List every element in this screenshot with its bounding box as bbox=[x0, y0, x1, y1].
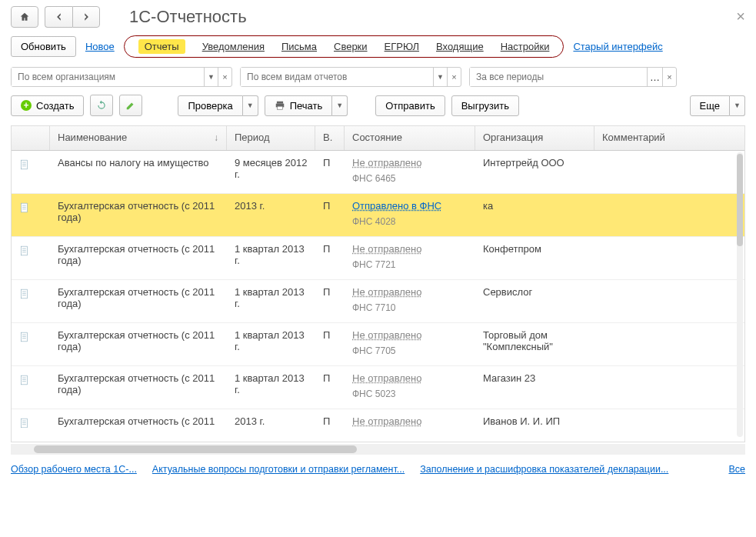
footer-link-3[interactable]: Заполнение и расшифровка показателей дек… bbox=[420, 464, 668, 475]
row-state-cell: Отправлено в ФНСФНС 4028 bbox=[345, 194, 475, 236]
th-org[interactable]: Организация bbox=[475, 126, 594, 150]
new-link[interactable]: Новое bbox=[85, 41, 115, 52]
pencil-icon bbox=[125, 100, 136, 111]
row-state-link[interactable]: Не отправлено bbox=[352, 415, 468, 427]
row-comment bbox=[594, 237, 706, 279]
filter-org-dropdown[interactable]: ▼ bbox=[204, 68, 218, 86]
document-icon bbox=[19, 158, 30, 171]
row-state-link[interactable]: Не отправлено bbox=[352, 329, 468, 341]
print-label: Печать bbox=[290, 100, 323, 112]
table-row[interactable]: Бухгалтерская отчетность (с 2011 года)1 … bbox=[12, 280, 744, 323]
row-state-link[interactable]: Не отправлено bbox=[352, 372, 468, 384]
tab-notifications[interactable]: Уведомления bbox=[202, 41, 265, 52]
document-icon bbox=[19, 288, 30, 300]
more-dropdown: Еще ▼ bbox=[690, 95, 745, 116]
row-icon-cell bbox=[12, 323, 50, 365]
row-period: 1 квартал 2013 г. bbox=[227, 237, 315, 279]
svg-rect-11 bbox=[21, 246, 27, 255]
export-button[interactable]: Выгрузить bbox=[451, 95, 519, 116]
row-state-cell: Не отправленоФНС 5023 bbox=[345, 366, 475, 409]
close-button[interactable]: × bbox=[736, 8, 745, 25]
row-state-sub: ФНС 4028 bbox=[352, 216, 468, 227]
filter-type: ▼ × bbox=[240, 67, 461, 87]
filter-type-dropdown[interactable]: ▼ bbox=[433, 68, 447, 86]
table-row[interactable]: Авансы по налогу на имущество9 месяцев 2… bbox=[12, 151, 744, 194]
tab-settings[interactable]: Настройки bbox=[501, 41, 550, 52]
filter-period-clear[interactable]: × bbox=[662, 68, 676, 86]
th-icon[interactable] bbox=[12, 126, 50, 150]
svg-rect-0 bbox=[277, 102, 283, 104]
row-state-cell: Не отправленоФНС 7721 bbox=[345, 237, 475, 279]
svg-rect-2 bbox=[277, 106, 282, 109]
home-button[interactable] bbox=[11, 6, 38, 28]
footer-link-1[interactable]: Обзор рабочего места 1С-... bbox=[11, 464, 137, 475]
refresh-button[interactable]: Обновить bbox=[11, 36, 76, 57]
filter-org-clear[interactable]: × bbox=[218, 68, 231, 86]
row-org: ка bbox=[475, 194, 594, 236]
row-name: Бухгалтерская отчетность (с 2011 года) bbox=[50, 280, 227, 322]
scroll-thumb[interactable] bbox=[737, 154, 743, 246]
print-dd-arrow[interactable]: ▼ bbox=[332, 95, 348, 116]
back-button[interactable] bbox=[45, 6, 72, 28]
document-icon bbox=[19, 417, 30, 428]
th-period[interactable]: Период bbox=[227, 126, 315, 150]
row-state-link[interactable]: Не отправлено bbox=[352, 157, 468, 168]
table-row[interactable]: Бухгалтерская отчетность (с 2011 года)20… bbox=[12, 409, 744, 428]
row-state-cell: Не отправленоФНС 7705 bbox=[345, 323, 475, 365]
forward-button[interactable] bbox=[72, 6, 100, 28]
row-org: Иванов И. И. ИП bbox=[475, 409, 594, 428]
filter-type-input[interactable] bbox=[241, 68, 433, 86]
row-period: 1 квартал 2013 г. bbox=[227, 323, 315, 365]
create-button[interactable]: + Создать bbox=[11, 95, 84, 116]
th-state[interactable]: Состояние bbox=[345, 126, 475, 150]
home-icon bbox=[19, 12, 30, 22]
row-v: П bbox=[315, 366, 345, 409]
table-row[interactable]: Бухгалтерская отчетность (с 2011 года)1 … bbox=[12, 323, 744, 366]
row-state-link[interactable]: Не отправлено bbox=[352, 286, 468, 298]
row-state-sub: ФНС 7705 bbox=[352, 345, 468, 356]
document-icon bbox=[19, 202, 30, 214]
row-org: Интертрейд ООО bbox=[475, 151, 594, 193]
svg-rect-23 bbox=[21, 375, 27, 385]
tab-incoming[interactable]: Входящие bbox=[436, 41, 484, 52]
tab-egrul[interactable]: ЕГРЮЛ bbox=[385, 41, 419, 52]
row-v: П bbox=[315, 194, 345, 236]
vertical-scrollbar[interactable] bbox=[737, 152, 743, 437]
table-row[interactable]: Бухгалтерская отчетность (с 2011 года)1 … bbox=[12, 237, 744, 280]
more-button[interactable]: Еще bbox=[690, 95, 730, 116]
table-row[interactable]: Бухгалтерская отчетность (с 2011 года)20… bbox=[12, 194, 744, 237]
horizontal-scrollbar[interactable] bbox=[11, 444, 745, 455]
filter-period-picker[interactable]: … bbox=[647, 68, 662, 86]
row-name: Бухгалтерская отчетность (с 2011 года) bbox=[50, 366, 227, 409]
footer-link-2[interactable]: Актуальные вопросы подготовки и отправки… bbox=[152, 464, 405, 475]
row-org: Сервислог bbox=[475, 280, 594, 322]
filter-type-clear[interactable]: × bbox=[447, 68, 461, 86]
row-state-link[interactable]: Не отправлено bbox=[352, 243, 468, 255]
reload-icon-button[interactable] bbox=[90, 95, 113, 116]
th-name[interactable]: Наименование↓ bbox=[50, 126, 227, 150]
edit-icon-button[interactable] bbox=[119, 95, 142, 116]
row-state-link[interactable]: Отправлено в ФНС bbox=[352, 200, 468, 212]
th-comment[interactable]: Комментарий bbox=[594, 126, 706, 150]
footer-all-link[interactable]: Все bbox=[728, 464, 745, 475]
row-name: Авансы по налогу на имущество bbox=[50, 151, 227, 193]
check-button[interactable]: Проверка bbox=[178, 95, 242, 116]
more-dd-arrow[interactable]: ▼ bbox=[730, 95, 745, 116]
tab-reports[interactable]: Отчеты bbox=[138, 39, 185, 54]
hscroll-thumb[interactable] bbox=[34, 445, 357, 453]
check-dd-arrow[interactable]: ▼ bbox=[243, 95, 258, 116]
row-icon-cell bbox=[12, 280, 50, 322]
document-icon bbox=[19, 331, 30, 343]
tab-letters[interactable]: Письма bbox=[281, 41, 317, 52]
print-button[interactable]: Печать bbox=[265, 95, 333, 116]
th-v[interactable]: В. bbox=[315, 126, 345, 150]
tab-reconcile[interactable]: Сверки bbox=[334, 41, 368, 52]
old-interface-link[interactable]: Старый интерфейс bbox=[573, 41, 662, 52]
filter-org-input[interactable] bbox=[12, 68, 204, 86]
table-row[interactable]: Бухгалтерская отчетность (с 2011 года)1 … bbox=[12, 366, 744, 409]
send-button[interactable]: Отправить bbox=[375, 95, 445, 116]
row-state-sub: ФНС 6465 bbox=[352, 173, 468, 184]
document-icon bbox=[19, 245, 30, 257]
check-dropdown: Проверка ▼ bbox=[178, 95, 258, 116]
filter-period-input[interactable] bbox=[470, 68, 647, 86]
